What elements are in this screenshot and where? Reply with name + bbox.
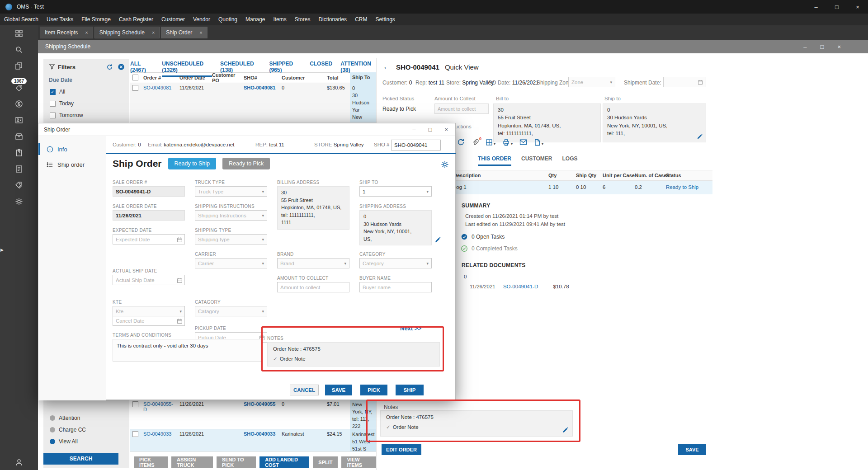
checkbox-icon[interactable] (50, 101, 56, 107)
grid-view-icon[interactable]: ▾ (486, 139, 495, 146)
cancel-button[interactable]: CANCEL (290, 385, 319, 395)
menu-items[interactable]: Items (269, 14, 290, 25)
col-order-date[interactable]: Order Date (177, 73, 210, 82)
sho-link[interactable]: SHO-0049055 (241, 400, 279, 429)
select-all-checkbox[interactable] (132, 75, 138, 80)
dashboard-icon[interactable] (0, 25, 38, 42)
notes-icon[interactable] (0, 161, 38, 177)
tab-shipping-schedule[interactable]: Shipping Schedule× (94, 27, 160, 38)
task-help-icon[interactable] (0, 145, 38, 161)
amount-to-collect-input[interactable] (277, 282, 349, 292)
edit-order-button[interactable]: EDIT ORDER (382, 444, 421, 455)
shipment-date-input[interactable] (663, 77, 706, 87)
sale-order-date-input[interactable] (113, 210, 185, 221)
menu-vendor[interactable]: Vendor (189, 14, 214, 25)
send-to-pick-button[interactable]: SEND TO PICK (217, 456, 256, 468)
tab-ship-order[interactable]: Ship Order× (161, 27, 207, 38)
gear-icon[interactable] (441, 160, 449, 169)
ship-to-select[interactable]: 1▾ (359, 186, 432, 197)
menu-user-tasks[interactable]: User Tasks (42, 14, 77, 25)
menu-dictionaries[interactable]: Dictionaries (314, 14, 351, 25)
actual-ship-date-input[interactable] (113, 275, 185, 285)
terms-box[interactable]: This is contract only - void after 30 da… (113, 339, 262, 362)
order-link[interactable]: SO-0049033 (141, 429, 177, 451)
split-button[interactable]: SPLIT (313, 456, 338, 468)
expected-date-input[interactable] (113, 234, 185, 244)
radio-icon[interactable] (50, 427, 55, 432)
menu-manage[interactable]: Manage (241, 14, 269, 25)
ready-to-pick-badge[interactable]: Ready to Pick (222, 158, 270, 169)
copy-icon[interactable] (0, 58, 38, 74)
catagory-select[interactable]: Catagory▾ (195, 306, 267, 316)
shipping-type-select[interactable]: Shipping type▾ (195, 234, 267, 244)
view-items-button[interactable]: VIEW ITEMS (341, 456, 376, 468)
edit-pencil-icon[interactable] (434, 236, 441, 243)
sho-number-input[interactable] (391, 140, 441, 150)
row-checkbox[interactable] (132, 85, 138, 91)
order-link[interactable]: SO-0049055-D (141, 400, 177, 429)
filter-option-tomorrow[interactable]: Tomorrow (43, 109, 129, 121)
truck-type-select[interactable]: Truck Type▾ (195, 186, 267, 197)
row-checkbox[interactable] (132, 401, 138, 407)
open-tasks-row[interactable]: 0 Open Tasks (461, 233, 505, 240)
related-doc-link[interactable]: SO-0049041-D (503, 284, 538, 289)
refresh-icon[interactable] (106, 64, 113, 70)
save-button[interactable]: SAVE (678, 444, 706, 455)
print-icon[interactable]: ▾ (502, 139, 513, 146)
panel-expander[interactable]: ▶ (0, 248, 4, 252)
user-icon[interactable] (0, 458, 38, 466)
calendar-icon[interactable] (177, 237, 183, 243)
col-total[interactable]: Total (325, 73, 350, 82)
menu-stores[interactable]: Stores (291, 14, 315, 25)
tab-customer[interactable]: CUSTOMER (521, 155, 552, 166)
export-document-icon[interactable]: ▾ (534, 139, 543, 146)
sho-link[interactable]: SHO-0049033 (241, 429, 279, 451)
amount-to-collect-input[interactable] (434, 103, 489, 114)
col-customer[interactable]: Customer (279, 73, 325, 82)
filter-option-charge-cc[interactable]: Charge CC (43, 424, 129, 436)
checkbox-icon[interactable] (50, 113, 56, 118)
close-button[interactable]: × (847, 0, 868, 14)
filter-option-all[interactable]: ✓ All (43, 86, 129, 98)
calendar-icon[interactable] (177, 318, 183, 324)
nav-info[interactable]: Info (38, 141, 106, 157)
radio-icon[interactable] (50, 415, 55, 421)
menu-global-search[interactable]: Global Search (0, 14, 42, 25)
tab-close-icon[interactable]: × (199, 30, 202, 35)
ready-to-ship-badge[interactable]: Ready to Ship (168, 158, 217, 169)
back-arrow-icon[interactable]: ← (383, 62, 391, 71)
next-link[interactable]: Next >> (400, 325, 421, 332)
refresh-icon[interactable] (457, 138, 465, 146)
nav-ship-order[interactable]: Ship order (38, 157, 106, 172)
menu-file-storage[interactable]: File Storage (77, 14, 115, 25)
inventory-icon[interactable] (0, 128, 38, 145)
edit-pencil-icon[interactable] (697, 133, 703, 140)
maximize-button[interactable]: □ (429, 126, 432, 133)
shipping-instructions-select[interactable]: Shipping Instructions▾ (195, 210, 267, 221)
tab-close-icon[interactable]: × (152, 30, 155, 35)
tab-logs[interactable]: LOGS (562, 155, 577, 166)
buyer-name-input[interactable] (359, 282, 432, 292)
calendar-icon[interactable] (177, 277, 183, 283)
menu-settings[interactable]: Settings (371, 14, 399, 25)
settings-icon[interactable] (0, 193, 38, 210)
add-landed-cost-button[interactable]: ADD LANDED COST (259, 456, 309, 468)
clear-filters-icon[interactable] (118, 63, 125, 70)
close-button[interactable]: × (837, 43, 841, 50)
filter-option-today[interactable]: Today (43, 98, 129, 109)
email-icon[interactable] (519, 139, 527, 146)
filter-option-attention[interactable]: Attention (43, 412, 129, 424)
tab-this-order[interactable]: THIS ORDER (478, 155, 511, 166)
assign-truck-button[interactable]: ASSIGN TRUCK (171, 456, 213, 468)
col-ship-to[interactable]: Ship To (350, 72, 376, 83)
filter-option-view-all[interactable]: View All (43, 436, 129, 447)
carrier-select[interactable]: Carrier▾ (195, 258, 267, 268)
menu-quoting[interactable]: Quoting (214, 14, 241, 25)
cancel-date-input[interactable] (113, 315, 185, 326)
zone-select[interactable]: Zone ▾ (568, 77, 615, 87)
table-row[interactable]: SO-0049033 11/26/2021 SHO-0049033 Karina… (130, 429, 376, 452)
search-button[interactable]: SEARCH (43, 453, 118, 465)
brand-select[interactable]: Brand▾ (277, 258, 349, 268)
col-sho[interactable]: SHO# (241, 73, 279, 82)
item-status-link[interactable]: Ready to Ship (666, 184, 698, 190)
